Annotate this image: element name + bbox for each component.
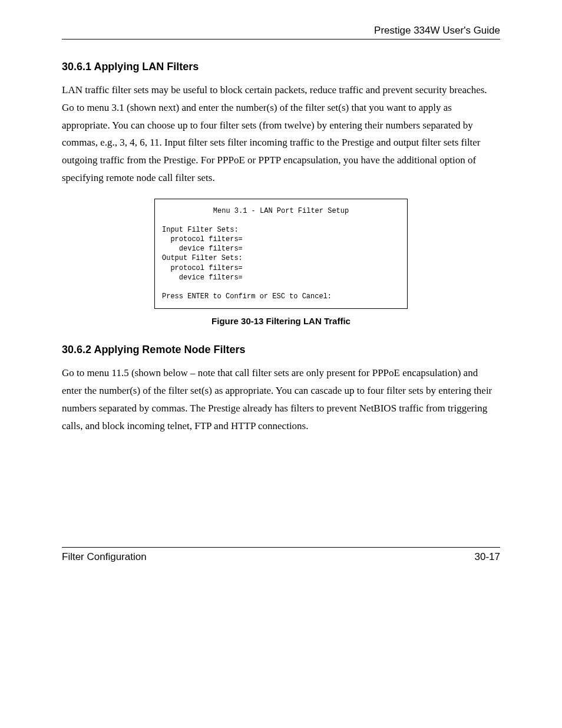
section-heading-2: 30.6.2 Applying Remote Node Filters: [62, 344, 500, 356]
menu-line: Press ENTER to Confirm or ESC to Cancel:: [162, 292, 400, 301]
menu-line: device filters=: [162, 273, 400, 282]
menu-line: protocol filters=: [162, 263, 400, 273]
page-footer: Filter Configuration 30-17: [62, 547, 500, 563]
menu-title: Menu 3.1 - LAN Port Filter Setup: [162, 206, 400, 216]
menu-line: Output Filter Sets:: [162, 253, 400, 263]
figure-caption: Figure 30-13 Filtering LAN Traffic: [62, 316, 500, 326]
page-header: Prestige 334W User's Guide: [62, 25, 500, 39]
document-page: Prestige 334W User's Guide 30.6.1 Applyi…: [0, 0, 562, 728]
section-body-2: Go to menu 11.5 (shown below – note that…: [62, 364, 500, 434]
menu-line: device filters=: [162, 244, 400, 253]
footer-right: 30-17: [475, 551, 500, 563]
footer-left: Filter Configuration: [62, 551, 147, 563]
menu-line: protocol filters=: [162, 235, 400, 244]
menu-line: Input Filter Sets:: [162, 225, 400, 235]
section-body-1: LAN traffic filter sets may be useful to…: [62, 81, 500, 187]
section-heading-1: 30.6.1 Applying LAN Filters: [62, 61, 500, 73]
guide-title: Prestige 334W User's Guide: [374, 25, 500, 36]
menu-screenshot-box: Menu 3.1 - LAN Port Filter Setup Input F…: [154, 199, 408, 309]
